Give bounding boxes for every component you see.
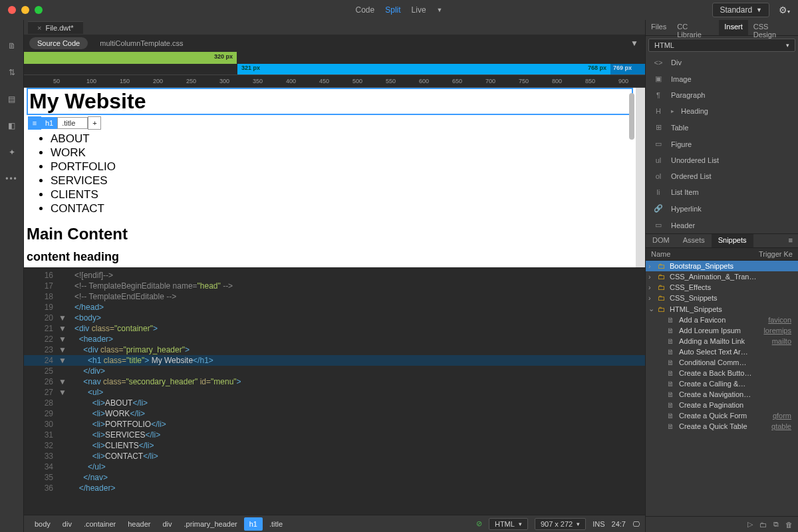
no-errors-icon[interactable]: ⊘ bbox=[476, 519, 482, 528]
hud-tag-label[interactable]: h1 bbox=[41, 117, 57, 129]
breadcrumb-item[interactable]: .primary_header bbox=[179, 517, 243, 531]
code-line[interactable]: 36 </header> bbox=[24, 483, 645, 493]
snippet-play-icon[interactable]: ▷ bbox=[747, 520, 753, 529]
snippet-file[interactable]: 🗎Create a Pagination bbox=[646, 400, 798, 410]
code-line[interactable]: 24▼ <h1 class="title"> My Website</h1> bbox=[24, 355, 645, 366]
breadcrumb-item[interactable]: header bbox=[122, 517, 156, 531]
scrollbar-thumb[interactable] bbox=[629, 93, 634, 140]
insert-item[interactable]: 🔗Hyperlink bbox=[646, 200, 798, 217]
media-query-blue[interactable]: 321 px 768 px bbox=[237, 64, 610, 74]
snippet-folder[interactable]: ›🗀CSS_Animation_&_Tran… bbox=[646, 271, 798, 282]
code-line[interactable]: 17 <!-- TemplateBeginEditable name="head… bbox=[24, 281, 645, 291]
insert-item[interactable]: ▣Image bbox=[646, 70, 798, 87]
more-tools-icon[interactable]: ••• bbox=[6, 173, 18, 185]
preview-h2[interactable]: Main Content bbox=[27, 225, 633, 243]
live-preview[interactable]: My Website ≡ h1 .title + ABOUTWORKPORTFO… bbox=[24, 88, 645, 267]
hud-class-input[interactable]: .title bbox=[57, 117, 88, 129]
breadcrumb-item[interactable]: h1 bbox=[244, 517, 263, 531]
insert-item[interactable]: ⊞Table bbox=[646, 119, 798, 136]
code-line[interactable]: 26▼ <nav class="secondary_header" id="me… bbox=[24, 376, 645, 387]
code-line[interactable]: 35 </nav> bbox=[24, 472, 645, 483]
snippet-new-icon[interactable]: ⧉ bbox=[773, 520, 779, 529]
media-query-bar-1[interactable]: 320 px bbox=[24, 52, 645, 64]
preview-nav-item[interactable]: CLIENTS bbox=[51, 188, 633, 201]
snippet-delete-icon[interactable]: 🗑 bbox=[785, 521, 793, 529]
bottom-panel-tab[interactable]: Assets bbox=[676, 234, 712, 247]
insert-item[interactable]: ▭Figure bbox=[646, 136, 798, 152]
breadcrumb-item[interactable]: body bbox=[29, 517, 56, 531]
media-query-bar-2[interactable]: 321 px 768 px 769 px bbox=[24, 64, 645, 74]
preview-nav-item[interactable]: WORK bbox=[51, 146, 633, 160]
preview-in-browser-icon[interactable]: 🖵 bbox=[632, 520, 640, 528]
code-line[interactable]: 32 <li>CLIENTS</li> bbox=[24, 440, 645, 451]
code-line[interactable]: 28 <li>ABOUT</li> bbox=[24, 398, 645, 408]
snippets-tree[interactable]: ›🗀Bootstrap_Snippets›🗀CSS_Animation_&_Tr… bbox=[646, 261, 798, 516]
view-mode-code[interactable]: Code bbox=[356, 5, 375, 15]
snippet-folder[interactable]: ⌄🗀HTML_Snippets bbox=[646, 303, 798, 315]
breadcrumb-item[interactable]: .container bbox=[78, 517, 121, 531]
minimize-window-icon[interactable] bbox=[21, 6, 29, 14]
media-query-dark[interactable]: 769 px bbox=[610, 64, 645, 74]
doctype-select[interactable]: HTML▾ bbox=[489, 518, 528, 530]
file-tab[interactable]: × File.dwt* bbox=[28, 21, 83, 34]
snippet-folder[interactable]: ›🗀Bootstrap_Snippets bbox=[646, 261, 798, 271]
code-line[interactable]: 30 <li>PORTFOLIO</li> bbox=[24, 419, 645, 430]
snippet-file[interactable]: 🗎Create a Calling &… bbox=[646, 378, 798, 389]
code-line[interactable]: 25 </div> bbox=[24, 366, 645, 376]
insert-category-select[interactable]: HTML▾ bbox=[648, 39, 795, 52]
code-line[interactable]: 34 </ul> bbox=[24, 462, 645, 472]
code-editor[interactable]: 16 <![endif]-->17 <!-- TemplateBeginEdit… bbox=[24, 267, 645, 515]
maximize-window-icon[interactable] bbox=[35, 6, 43, 14]
code-line[interactable]: 21▼ <div class="container"> bbox=[24, 323, 645, 334]
breadcrumb-item[interactable]: .title bbox=[264, 517, 288, 531]
disclosure-icon[interactable]: › bbox=[648, 262, 655, 270]
disclosure-icon[interactable]: › bbox=[648, 273, 655, 281]
hud-add-icon[interactable]: + bbox=[88, 116, 101, 130]
view-mode-live[interactable]: Live bbox=[412, 5, 426, 15]
snippet-folder[interactable]: ›🗀CSS_Snippets bbox=[646, 293, 798, 303]
preview-h3[interactable]: content heading bbox=[27, 250, 633, 264]
panel-tab[interactable]: CC Librarie bbox=[672, 20, 719, 35]
preview-nav-item[interactable]: CONTACT bbox=[51, 202, 633, 215]
snippet-file[interactable]: 🗎Conditional Comm… bbox=[646, 357, 798, 368]
code-line[interactable]: 31 <li>SERVICES</li> bbox=[24, 430, 645, 440]
code-line[interactable]: 29 <li>WORK</li> bbox=[24, 408, 645, 419]
code-line[interactable]: 20▼ <body> bbox=[24, 313, 645, 323]
breadcrumb-item[interactable]: div bbox=[158, 517, 178, 531]
snippet-file[interactable]: 🗎Adding a Mailto Linkmailto bbox=[646, 336, 798, 346]
panel-tab[interactable]: CSS Design bbox=[748, 20, 798, 35]
code-line[interactable]: 19 </head> bbox=[24, 302, 645, 313]
close-window-icon[interactable] bbox=[8, 6, 16, 14]
code-line[interactable]: 23▼ <div class="primary_header"> bbox=[24, 344, 645, 355]
snippet-file[interactable]: 🗎Create a Back Butto… bbox=[646, 368, 798, 378]
breadcrumb-item[interactable]: div bbox=[57, 517, 77, 531]
snippet-folder[interactable]: ›🗀CSS_Effects bbox=[646, 282, 798, 293]
panel-tab[interactable]: Files bbox=[646, 20, 672, 35]
preview-nav-item[interactable]: SERVICES bbox=[51, 174, 633, 188]
disclosure-icon[interactable]: › bbox=[648, 283, 655, 291]
code-line[interactable]: 18 <!-- TemplateEndEditable --> bbox=[24, 291, 645, 302]
source-code-button[interactable]: Source Code bbox=[29, 37, 88, 49]
snippet-file[interactable]: 🗎Add Loreum Ipsumloremips bbox=[646, 325, 798, 336]
insert-item[interactable]: ulUnordered List bbox=[646, 152, 798, 168]
bottom-panel-tab[interactable]: DOM bbox=[646, 234, 676, 247]
panel-tab[interactable]: Insert bbox=[719, 20, 748, 35]
view-mode-split[interactable]: Split bbox=[385, 5, 400, 15]
preview-nav-item[interactable]: PORTFOLIO bbox=[51, 160, 633, 174]
preview-nav-item[interactable]: ABOUT bbox=[51, 132, 633, 146]
close-tab-icon[interactable]: × bbox=[37, 24, 41, 32]
extract-icon[interactable]: ⇅ bbox=[6, 66, 18, 78]
insert-item[interactable]: liList Item bbox=[646, 184, 798, 200]
snippet-file[interactable]: 🗎Add a Faviconfavicon bbox=[646, 315, 798, 325]
snippet-file[interactable]: 🗎Auto Select Text Ar… bbox=[646, 346, 798, 357]
view-mode-more-icon[interactable]: ▼ bbox=[437, 7, 443, 13]
code-line[interactable]: 16 <![endif]--> bbox=[24, 270, 645, 281]
file-management-icon[interactable]: 🗎 bbox=[6, 40, 18, 52]
snippet-new-folder-icon[interactable]: 🗀 bbox=[759, 521, 767, 529]
bottom-panel-tab[interactable]: Snippets bbox=[712, 234, 753, 247]
preview-h1-title[interactable]: My Website bbox=[27, 88, 633, 115]
insert-item[interactable]: H▸Heading bbox=[646, 103, 798, 119]
disclosure-icon[interactable]: ⌄ bbox=[648, 305, 655, 313]
snippets-col-name[interactable]: Name bbox=[651, 250, 670, 258]
snippets-col-trigger[interactable]: Trigger Ke bbox=[759, 250, 793, 258]
